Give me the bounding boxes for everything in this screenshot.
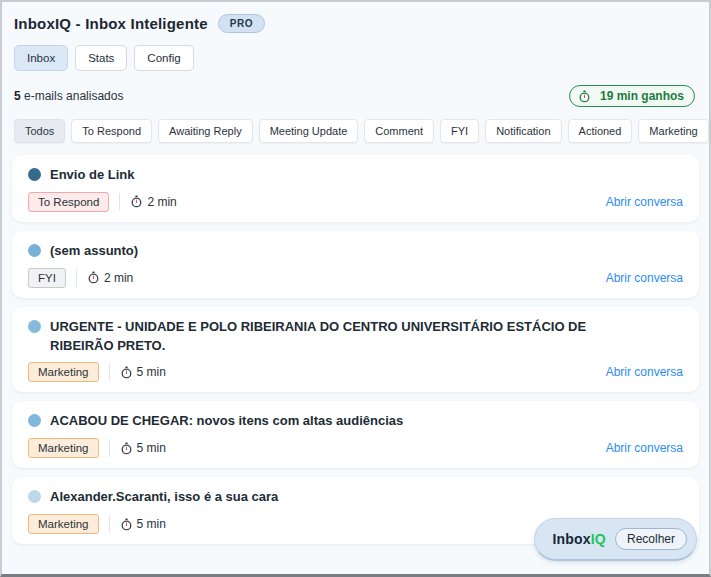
category-label: Marketing [28,514,99,534]
open-conversation-link[interactable]: Abrir conversa [606,441,683,455]
open-conversation-link[interactable]: Abrir conversa [606,195,683,209]
email-subject: Envio de Link [50,166,135,185]
status-dot [28,490,41,503]
email-card: URGENTE - UNIDADE E POLO RIBEIRANIA DO C… [12,307,699,393]
email-card: (sem assunto) FYI 2 min Abrir conversa [12,231,699,298]
inboxiq-logo: InboxIQ [552,531,606,547]
inboxiq-panel: InboxIQ - Inbox Inteligente PRO Inbox St… [0,0,711,577]
filter-marketing[interactable]: Marketing [638,119,708,143]
email-subject: URGENTE - UNIDADE E POLO RIBEIRANIA DO C… [50,318,638,356]
pro-badge: PRO [218,14,265,33]
email-count: 5 [14,89,21,103]
stopwatch-icon [578,90,591,103]
stopwatch-icon [130,195,143,208]
category-label: FYI [28,268,66,288]
tab-config[interactable]: Config [134,45,193,71]
divider [119,193,120,211]
category-label: To Respond [28,192,109,212]
tab-inbox[interactable]: Inbox [14,45,68,71]
category-label: Marketing [28,438,99,458]
email-subject: ACABOU DE CHEGAR: novos itens com altas … [50,412,403,431]
status-dot [28,168,41,181]
stopwatch-icon [120,366,133,379]
time-saved-label: 19 min ganhos [600,89,684,103]
divider [109,439,110,457]
filter-fyi[interactable]: FYI [440,119,479,143]
email-subject: Alexander.Scaranti, isso é a sua cara [50,488,278,507]
stopwatch-icon [120,518,133,531]
read-time: 2 min [147,195,176,209]
read-time: 5 min [137,517,166,531]
category-label: Marketing [28,362,99,382]
divider [109,515,110,533]
tab-stats[interactable]: Stats [75,45,127,71]
page-title: InboxIQ - Inbox Inteligente [14,15,208,32]
status-dot [28,414,41,427]
stopwatch-icon [120,442,133,455]
email-count-label: e-mails analisados [24,89,123,103]
divider [76,269,77,287]
filter-notification[interactable]: Notification [485,119,561,143]
email-subject: (sem assunto) [50,242,138,261]
filter-meeting-update[interactable]: Meeting Update [259,119,359,143]
status-dot [28,320,41,333]
inboxiq-widget-toggle[interactable]: InboxIQ Recolher [534,518,697,561]
collapse-button[interactable]: Recolher [615,528,687,550]
email-list: Envio de Link To Respond 2 min Abrir con… [12,155,699,544]
filter-bar: Todos To Respond Awaiting Reply Meeting … [14,119,697,143]
open-conversation-link[interactable]: Abrir conversa [606,365,683,379]
read-time: 5 min [137,365,166,379]
filter-awaiting-reply[interactable]: Awaiting Reply [158,119,253,143]
tab-bar: Inbox Stats Config [14,45,697,71]
header: InboxIQ - Inbox Inteligente PRO [12,12,699,33]
emails-analyzed-count: 5 e-mails analisados [14,89,123,103]
read-time: 5 min [137,441,166,455]
email-card: ACABOU DE CHEGAR: novos itens com altas … [12,401,699,468]
open-conversation-link[interactable]: Abrir conversa [606,271,683,285]
filter-to-respond[interactable]: To Respond [71,119,152,143]
filter-todos[interactable]: Todos [14,119,65,143]
read-time: 2 min [104,271,133,285]
time-saved-badge: 19 min ganhos [569,85,695,107]
summary-row: 5 e-mails analisados 19 min ganhos [14,85,697,107]
status-dot [28,244,41,257]
filter-actioned[interactable]: Actioned [568,119,633,143]
email-card: Envio de Link To Respond 2 min Abrir con… [12,155,699,222]
divider [109,363,110,381]
stopwatch-icon [87,271,100,284]
filter-comment[interactable]: Comment [364,119,434,143]
